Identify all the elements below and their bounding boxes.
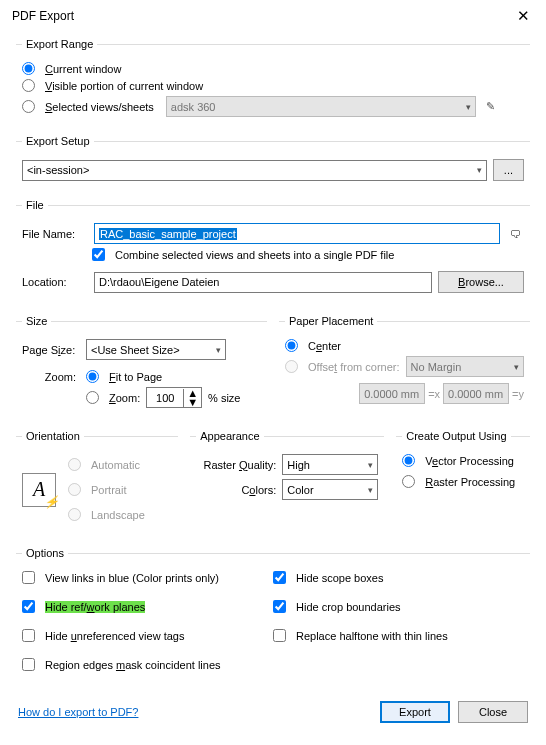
offset-x-eq: =x	[428, 388, 440, 400]
margin-value: No Margin	[411, 361, 462, 373]
chk-hide-ref[interactable]	[22, 600, 35, 613]
radio-offset	[285, 360, 298, 373]
lbl-hide-unref: Hide unreferenced view tags	[45, 630, 184, 642]
label-raster: Raster Processing	[425, 476, 515, 488]
colors-label: Colors:	[196, 484, 276, 496]
chk-hide-unref[interactable]	[22, 629, 35, 642]
export-setup-legend: Export Setup	[22, 135, 94, 147]
radio-fit-page[interactable]	[86, 370, 99, 383]
lbl-view-links: View links in blue (Color prints only)	[45, 572, 219, 584]
raster-quality-label: Raster Quality:	[196, 459, 276, 471]
label-automatic: Automatic	[91, 459, 140, 471]
label-visible-portion: Visible portion of current window	[45, 80, 203, 92]
colors-dropdown[interactable]: Color ▾	[282, 479, 378, 500]
chevron-down-icon: ▾	[368, 485, 373, 495]
radio-zoom[interactable]	[86, 391, 99, 404]
edit-set-icon[interactable]: ✎	[482, 98, 500, 116]
location-label: Location:	[22, 276, 88, 288]
lbl-hide-ref: Hide ref/work planes	[45, 601, 145, 613]
paper-legend: Paper Placement	[285, 315, 377, 327]
chk-region-edges[interactable]	[22, 658, 35, 671]
radio-selected-views[interactable]	[22, 100, 35, 113]
radio-raster[interactable]	[402, 475, 415, 488]
radio-vector[interactable]	[402, 454, 415, 467]
label-fit-page: Fit to Page	[109, 371, 162, 383]
selected-set-dropdown: adsk 360 ▾	[166, 96, 476, 117]
spinner-down-icon[interactable]: ▼	[184, 398, 201, 407]
label-current-window: Current window	[45, 63, 121, 75]
lbl-hide-crop: Hide crop boundaries	[296, 601, 401, 613]
titlebar: PDF Export ✕	[0, 0, 546, 30]
chk-view-links[interactable]	[22, 571, 35, 584]
file-legend: File	[22, 199, 48, 211]
radio-landscape	[68, 508, 81, 521]
appearance-legend: Appearance	[196, 430, 263, 442]
combine-checkbox[interactable]	[92, 248, 105, 261]
lbl-region-edges: Region edges mask coincident lines	[45, 659, 221, 671]
close-icon[interactable]: ✕	[511, 8, 536, 24]
help-link[interactable]: How do I export to PDF?	[18, 706, 138, 718]
label-vector: Vector Processing	[425, 455, 514, 467]
label-center: Center	[308, 340, 341, 352]
export-button[interactable]: Export	[380, 701, 450, 723]
options-legend: Options	[22, 547, 68, 559]
offset-x-field: 0.0000 mm	[359, 383, 425, 404]
setup-dropdown[interactable]: <in-session> ▾	[22, 160, 487, 181]
create-output-legend: Create Output Using	[402, 430, 510, 442]
appearance-group: Appearance Raster Quality: High ▾ Colors…	[190, 430, 384, 535]
radio-current-window[interactable]	[22, 62, 35, 75]
lbl-hide-scope: Hide scope boxes	[296, 572, 383, 584]
label-offset: Offset from corner:	[308, 361, 400, 373]
zoom-spinner[interactable]: 100 ▲▼	[146, 387, 202, 408]
export-range-group: Export Range Current window Visible port…	[16, 38, 530, 127]
chk-hide-crop[interactable]	[273, 600, 286, 613]
zoom-label: Zoom:	[22, 371, 80, 383]
margin-dropdown: No Margin ▾	[406, 356, 524, 377]
chk-replace-halftone[interactable]	[273, 629, 286, 642]
chevron-down-icon: ▾	[216, 345, 221, 355]
label-zoom: Zoom:	[109, 392, 140, 404]
label-portrait: Portrait	[91, 484, 126, 496]
close-button[interactable]: Close	[458, 701, 528, 723]
export-setup-group: Export Setup <in-session> ▾ ...	[16, 135, 530, 191]
orientation-group: Orientation A Automatic Portrait Landsca…	[16, 430, 178, 535]
location-value: D:\rdaou\Eigene Dateien	[99, 276, 219, 288]
zoom-value: 100	[147, 392, 183, 404]
zoom-suffix: % size	[208, 392, 240, 404]
options-group: Options View links in blue (Color prints…	[16, 547, 530, 681]
window-title: PDF Export	[12, 9, 74, 23]
lbl-replace-halftone: Replace halftone with thin lines	[296, 630, 448, 642]
file-name-field[interactable]: RAC_basic_sample_project	[94, 223, 500, 244]
chevron-down-icon: ▾	[477, 165, 482, 175]
radio-center[interactable]	[285, 339, 298, 352]
name-options-icon[interactable]: 🗨	[506, 225, 524, 243]
browse-button[interactable]: Browse...	[438, 271, 524, 293]
paper-placement-group: Paper Placement Center Offset from corne…	[279, 315, 530, 418]
chk-hide-scope[interactable]	[273, 571, 286, 584]
export-range-legend: Export Range	[22, 38, 97, 50]
file-name-label: File Name:	[22, 228, 88, 240]
size-legend: Size	[22, 315, 51, 327]
chevron-down-icon: ▾	[514, 362, 519, 372]
colors-value: Color	[287, 484, 313, 496]
page-size-value: <Use Sheet Size>	[91, 344, 180, 356]
offset-y-field: 0.0000 mm	[443, 383, 509, 404]
orientation-legend: Orientation	[22, 430, 84, 442]
radio-visible-portion[interactable]	[22, 79, 35, 92]
selected-set-value: adsk 360	[171, 101, 216, 113]
create-output-group: Create Output Using Vector Processing Ra…	[396, 430, 530, 535]
location-field[interactable]: D:\rdaou\Eigene Dateien	[94, 272, 432, 293]
offset-y-eq: =y	[512, 388, 524, 400]
label-selected-views: Selected views/sheets	[45, 101, 154, 113]
raster-quality-dropdown[interactable]: High ▾	[282, 454, 378, 475]
combine-label: Combine selected views and sheets into a…	[115, 249, 394, 261]
size-group: Size Page Size: <Use Sheet Size> ▾ Zoom:…	[16, 315, 267, 418]
radio-portrait	[68, 483, 81, 496]
page-size-dropdown[interactable]: <Use Sheet Size> ▾	[86, 339, 226, 360]
file-group: File File Name: RAC_basic_sample_project…	[16, 199, 530, 303]
raster-quality-value: High	[287, 459, 310, 471]
setup-value: <in-session>	[27, 164, 89, 176]
setup-more-button[interactable]: ...	[493, 159, 524, 181]
page-size-label: Page Size:	[22, 344, 80, 356]
orientation-preview-icon: A	[22, 473, 56, 507]
